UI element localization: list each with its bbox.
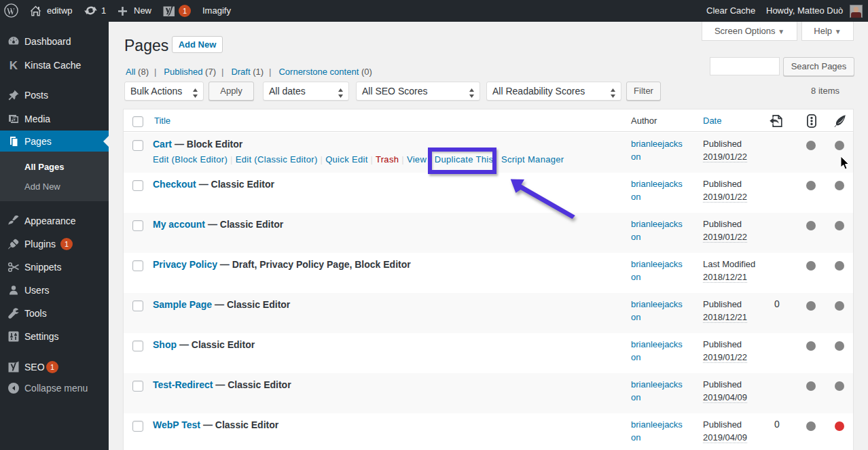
- svg-text:K: K: [10, 59, 18, 71]
